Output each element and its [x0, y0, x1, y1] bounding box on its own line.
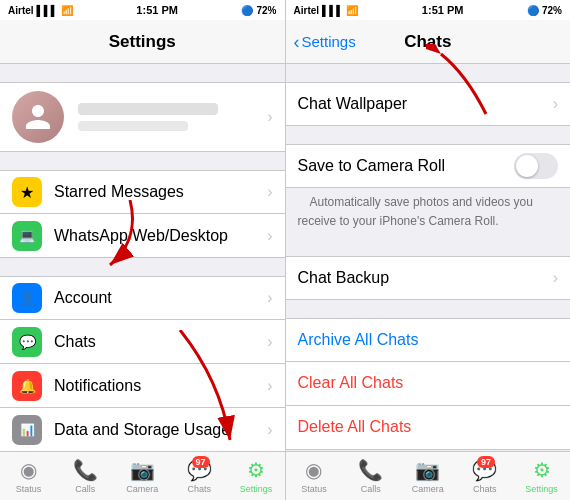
status-right-left: 🔵 72% — [241, 5, 276, 16]
whatsapp-web-row[interactable]: 💻 WhatsApp Web/Desktop › — [0, 214, 285, 258]
data-icon: 📊 — [12, 415, 42, 445]
chats-label: Chats — [54, 333, 261, 351]
camera-roll-section: Save to Camera Roll Automatically save p… — [286, 144, 571, 238]
chats-row[interactable]: 💬 Chats › — [0, 320, 285, 364]
chat-wallpaper-row[interactable]: Chat Wallpaper › — [286, 82, 571, 126]
camera-tab-label-r: Camera — [412, 484, 444, 494]
settings-tab-label: Settings — [240, 484, 273, 494]
battery-left: 72% — [256, 5, 276, 16]
chats-tab-label: Chats — [187, 484, 211, 494]
status-tab-label: Status — [16, 484, 42, 494]
account-icon: 👤 — [12, 283, 42, 313]
camera-roll-label: Save to Camera Roll — [298, 157, 515, 175]
nav-title-chats: Chats — [404, 32, 451, 52]
calls-tab-label-r: Calls — [361, 484, 381, 494]
tab-settings-left[interactable]: ⚙ Settings — [228, 452, 285, 500]
back-chevron-icon: ‹ — [294, 33, 300, 51]
camera-roll-row[interactable]: Save to Camera Roll — [286, 144, 571, 188]
archive-label: Archive All Chats — [298, 331, 419, 349]
calls-tab-icon: 📞 — [73, 458, 98, 482]
status-tab-label-r: Status — [301, 484, 327, 494]
chats-badge-right: 97 — [477, 456, 495, 468]
avatar — [12, 91, 64, 143]
starred-label: Starred Messages — [54, 183, 261, 201]
camera-roll-toggle[interactable] — [514, 153, 558, 179]
tab-camera-left[interactable]: 📷 Camera — [114, 452, 171, 500]
delete-label: Delete All Chats — [298, 418, 412, 436]
clear-label: Clear All Chats — [298, 374, 404, 392]
tab-bar-right: ◉ Status 📞 Calls 📷 Camera 💬 Chats 97 ⚙ S… — [286, 451, 571, 500]
wallpaper-content: Chat Wallpaper — [298, 95, 547, 113]
battery-right: 72% — [542, 5, 562, 16]
starred-icon: ★ — [12, 177, 42, 207]
wallpaper-label: Chat Wallpaper — [298, 95, 547, 113]
profile-name — [78, 103, 218, 115]
camera-tab-label: Camera — [126, 484, 158, 494]
chats-chevron: › — [267, 333, 272, 351]
time-right: 1:51 PM — [422, 4, 464, 16]
starred-content: Starred Messages — [54, 183, 261, 201]
web-label: WhatsApp Web/Desktop — [54, 227, 261, 245]
tab-chats-left[interactable]: 💬 Chats 97 — [171, 452, 228, 500]
tab-calls-right[interactable]: 📞 Calls — [342, 452, 399, 500]
profile-row[interactable]: › — [0, 82, 285, 152]
camera-roll-subtext: Automatically save photos and videos you… — [298, 191, 533, 236]
section-gap-2 — [0, 258, 285, 276]
calls-tab-label: Calls — [75, 484, 95, 494]
right-gap-3 — [286, 238, 571, 256]
archive-all-row[interactable]: Archive All Chats — [286, 318, 571, 362]
right-gap-4 — [286, 300, 571, 318]
web-chevron: › — [267, 227, 272, 245]
camera-roll-desc: Automatically save photos and videos you… — [286, 188, 571, 238]
settings-panel: Airtel ▌▌▌ 📶 1:51 PM 🔵 72% Settings › — [0, 0, 285, 500]
signal-icon: ▌▌▌ — [37, 5, 58, 16]
wifi-icon-right: 📶 — [346, 5, 358, 16]
data-usage-row[interactable]: 📊 Data and Storage Usage › — [0, 408, 285, 451]
bluetooth-icon: 🔵 — [241, 5, 253, 16]
chat-backup-row[interactable]: Chat Backup › — [286, 256, 571, 300]
camera-tab-icon-r: 📷 — [415, 458, 440, 482]
notif-label: Notifications — [54, 377, 261, 395]
data-label: Data and Storage Usage — [54, 421, 261, 439]
notifications-row[interactable]: 🔔 Notifications › — [0, 364, 285, 408]
tab-settings-right[interactable]: ⚙ Settings — [513, 452, 570, 500]
wallpaper-section: Chat Wallpaper › — [286, 82, 571, 126]
tab-status-right[interactable]: ◉ Status — [286, 452, 343, 500]
status-tab-icon: ◉ — [20, 458, 37, 482]
section-gap-1 — [0, 152, 285, 170]
backup-content: Chat Backup — [298, 269, 547, 287]
settings-list: › ★ Starred Messages › 💻 WhatsApp Web/De… — [0, 64, 285, 451]
chats-settings-list: Chat Wallpaper › Save to Camera Roll Aut… — [286, 64, 571, 451]
time-left: 1:51 PM — [136, 4, 178, 16]
bluetooth-icon-right: 🔵 — [527, 5, 539, 16]
nav-back-button[interactable]: ‹ Settings — [294, 33, 356, 51]
camera-roll-content: Save to Camera Roll — [298, 157, 515, 175]
links-section: Archive All Chats Clear All Chats Delete… — [286, 318, 571, 450]
settings-tab-icon-r: ⚙ — [533, 458, 551, 482]
backup-section: Chat Backup › — [286, 256, 571, 300]
status-right-right: 🔵 72% — [527, 5, 562, 16]
settings-tab-label-r: Settings — [525, 484, 558, 494]
clear-all-row[interactable]: Clear All Chats — [286, 362, 571, 406]
nav-bar-settings: Settings — [0, 20, 285, 64]
tab-status-left[interactable]: ◉ Status — [0, 452, 57, 500]
notif-content: Notifications — [54, 377, 261, 395]
tab-calls-left[interactable]: 📞 Calls — [57, 452, 114, 500]
camera-tab-icon: 📷 — [130, 458, 155, 482]
wifi-icon: 📶 — [61, 5, 73, 16]
section-1: ★ Starred Messages › 💻 WhatsApp Web/Desk… — [0, 170, 285, 258]
nav-bar-chats: ‹ Settings Chats — [286, 20, 571, 64]
starred-messages-row[interactable]: ★ Starred Messages › — [0, 170, 285, 214]
status-bar-left: Airtel ▌▌▌ 📶 1:51 PM 🔵 72% — [0, 0, 285, 20]
tab-chats-right[interactable]: 💬 Chats 97 — [456, 452, 513, 500]
notif-chevron: › — [267, 377, 272, 395]
nav-title-settings: Settings — [109, 32, 176, 52]
chats-settings-panel: Airtel ▌▌▌ 📶 1:51 PM 🔵 72% ‹ Settings Ch… — [286, 0, 571, 500]
delete-all-row[interactable]: Delete All Chats — [286, 406, 571, 450]
web-content: WhatsApp Web/Desktop — [54, 227, 261, 245]
profile-sub — [78, 121, 188, 131]
notif-icon: 🔔 — [12, 371, 42, 401]
data-content: Data and Storage Usage — [54, 421, 261, 439]
tab-camera-right[interactable]: 📷 Camera — [399, 452, 456, 500]
account-row[interactable]: 👤 Account › — [0, 276, 285, 320]
